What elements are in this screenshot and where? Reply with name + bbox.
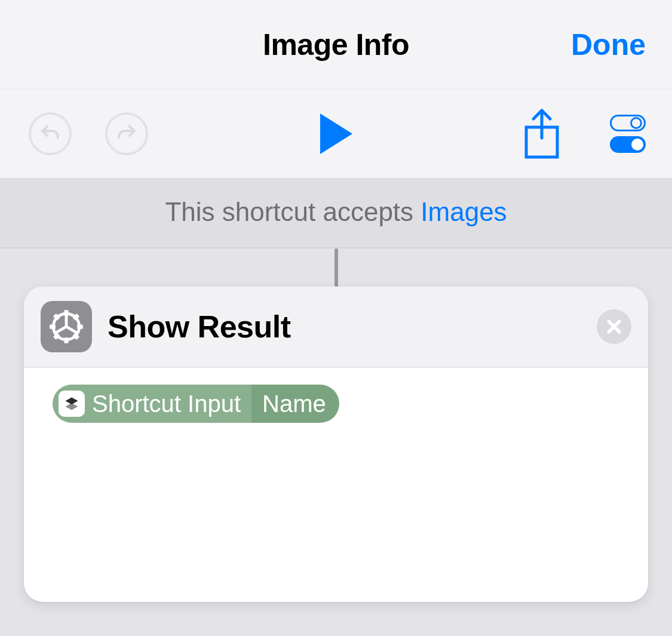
variable-detail: Name (251, 385, 339, 423)
settings-button[interactable] (610, 115, 646, 153)
close-icon (605, 318, 623, 336)
connector-line (335, 248, 338, 287)
variable-token[interactable]: Shortcut Input Name (53, 385, 339, 423)
svg-rect-8 (50, 324, 56, 328)
accepts-prefix: This shortcut accepts (165, 197, 421, 226)
action-title: Show Result (108, 309, 291, 345)
redo-icon (115, 122, 138, 145)
undo-button[interactable] (29, 112, 72, 155)
variable-main: Shortcut Input (53, 385, 251, 423)
layers-icon (59, 391, 85, 417)
variable-label: Shortcut Input (92, 391, 241, 417)
gear-icon (41, 301, 92, 352)
share-button[interactable] (523, 108, 561, 159)
accepts-banner[interactable]: This shortcut accepts Images (0, 179, 672, 248)
editor-canvas: Show Result Shortc (0, 248, 672, 602)
redo-button[interactable] (105, 112, 148, 155)
play-icon (318, 112, 355, 155)
undo-icon (39, 122, 62, 145)
toolbar (0, 90, 672, 179)
svg-line-4 (66, 327, 78, 333)
done-button[interactable]: Done (571, 27, 646, 62)
navbar: Image Info Done (0, 0, 672, 90)
svg-line-5 (55, 327, 66, 333)
svg-rect-9 (77, 324, 83, 328)
share-icon (523, 108, 561, 159)
accepts-type[interactable]: Images (421, 197, 507, 226)
right-tools (523, 108, 646, 159)
svg-marker-0 (320, 113, 352, 154)
run-button[interactable] (318, 112, 355, 155)
undo-redo-group (29, 112, 148, 155)
delete-action-button[interactable] (597, 309, 631, 344)
svg-marker-15 (66, 403, 78, 410)
page-title: Image Info (263, 27, 409, 62)
settings-toggle-icon (610, 115, 646, 153)
svg-rect-6 (64, 310, 68, 316)
card-header[interactable]: Show Result (24, 287, 648, 368)
svg-rect-7 (64, 337, 68, 343)
action-card-show-result: Show Result Shortc (24, 287, 648, 602)
card-body[interactable]: Shortcut Input Name (24, 368, 648, 602)
